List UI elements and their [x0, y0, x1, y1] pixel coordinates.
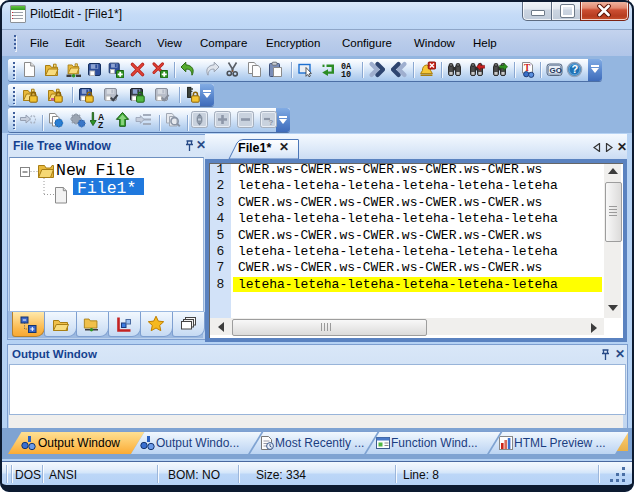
svg-text:10: 10: [341, 70, 351, 78]
svg-text:?: ?: [269, 118, 274, 127]
svg-text:?: ?: [572, 63, 579, 75]
svg-text:GO: GO: [550, 66, 562, 75]
svg-text:Z: Z: [98, 120, 103, 129]
